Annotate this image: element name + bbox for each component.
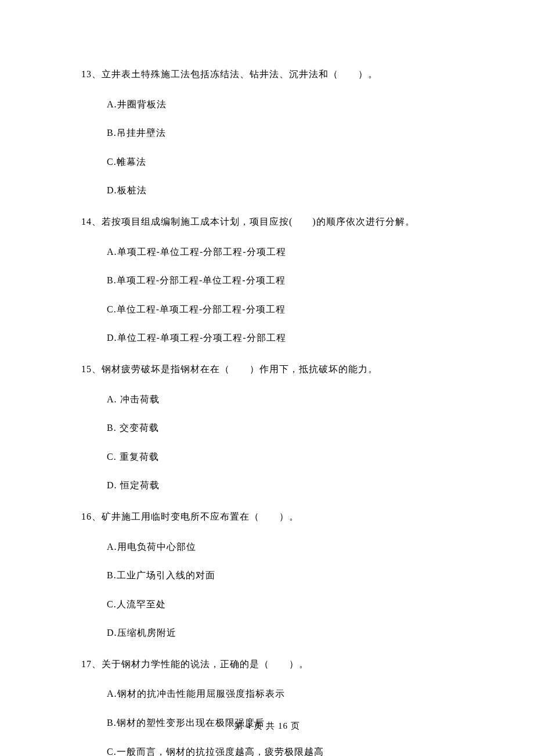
question-text: 14、若按项目组成编制施工成本计划，项目应按( )的顺序依次进行分解。 — [81, 214, 453, 229]
option-c: C.一般而言，钢材的抗拉强度越高，疲劳极限越高 — [107, 744, 453, 756]
question-number: 15、 — [81, 364, 102, 374]
option-d: D.板桩法 — [107, 183, 453, 198]
question-17: 17、关于钢材力学性能的说法，正确的是（ ）。 A.钢材的抗冲击性能用屈服强度指… — [81, 657, 453, 756]
question-stem: 立井表土特殊施工法包括冻结法、钻井法、沉井法和（ ）。 — [102, 69, 378, 79]
option-b: B.单项工程-分部工程-单位工程-分项工程 — [107, 273, 453, 288]
question-stem: 关于钢材力学性能的说法，正确的是（ ）。 — [102, 659, 309, 669]
question-number: 17、 — [81, 659, 102, 669]
option-d: D. 恒定荷载 — [107, 478, 453, 493]
document-content: 13、立井表土特殊施工法包括冻结法、钻井法、沉井法和（ ）。 A.井圈背板法 B… — [0, 0, 534, 756]
question-stem: 矿井施工用临时变电所不应布置在（ ）。 — [102, 512, 299, 521]
question-16: 16、矿井施工用临时变电所不应布置在（ ）。 A.用电负荷中心部位 B.工业广场… — [81, 509, 453, 640]
page-footer: 第 4 页 共 16 页 — [0, 719, 534, 733]
option-c: C.人流罕至处 — [107, 597, 453, 612]
option-d: D.单位工程-单项工程-分项工程-分部工程 — [107, 330, 453, 345]
option-d: D.压缩机房附近 — [107, 625, 453, 640]
option-c: C.单位工程-单项工程-分部工程-分项工程 — [107, 302, 453, 317]
question-stem: 钢材疲劳破坏是指钢材在在（ ）作用下，抵抗破坏的能力。 — [102, 364, 378, 374]
option-b: B. 交变荷载 — [107, 420, 453, 435]
question-text: 13、立井表土特殊施工法包括冻结法、钻井法、沉井法和（ ）。 — [81, 67, 453, 82]
question-text: 17、关于钢材力学性能的说法，正确的是（ ）。 — [81, 657, 453, 672]
option-a: A.井圈背板法 — [107, 97, 453, 112]
question-text: 15、钢材疲劳破坏是指钢材在在（ ）作用下，抵抗破坏的能力。 — [81, 362, 453, 377]
option-a: A.用电负荷中心部位 — [107, 539, 453, 555]
option-a: A.单项工程-单位工程-分部工程-分项工程 — [107, 244, 453, 260]
option-b: B.吊挂井壁法 — [107, 125, 453, 141]
question-stem: 若按项目组成编制施工成本计划，项目应按( )的顺序依次进行分解。 — [102, 217, 415, 226]
question-13: 13、立井表土特殊施工法包括冻结法、钻井法、沉井法和（ ）。 A.井圈背板法 B… — [81, 67, 453, 198]
option-a: A. 冲击荷载 — [107, 392, 453, 407]
option-c: C.帷幕法 — [107, 154, 453, 170]
question-15: 15、钢材疲劳破坏是指钢材在在（ ）作用下，抵抗破坏的能力。 A. 冲击荷载 B… — [81, 362, 453, 493]
option-b: B.工业广场引入线的对面 — [107, 568, 453, 583]
question-number: 14、 — [81, 217, 102, 226]
question-number: 13、 — [81, 69, 102, 79]
question-14: 14、若按项目组成编制施工成本计划，项目应按( )的顺序依次进行分解。 A.单项… — [81, 214, 453, 345]
option-c: C. 重复荷载 — [107, 449, 453, 465]
question-number: 16、 — [81, 512, 102, 521]
option-a: A.钢材的抗冲击性能用屈服强度指标表示 — [107, 686, 453, 701]
question-text: 16、矿井施工用临时变电所不应布置在（ ）。 — [81, 509, 453, 524]
